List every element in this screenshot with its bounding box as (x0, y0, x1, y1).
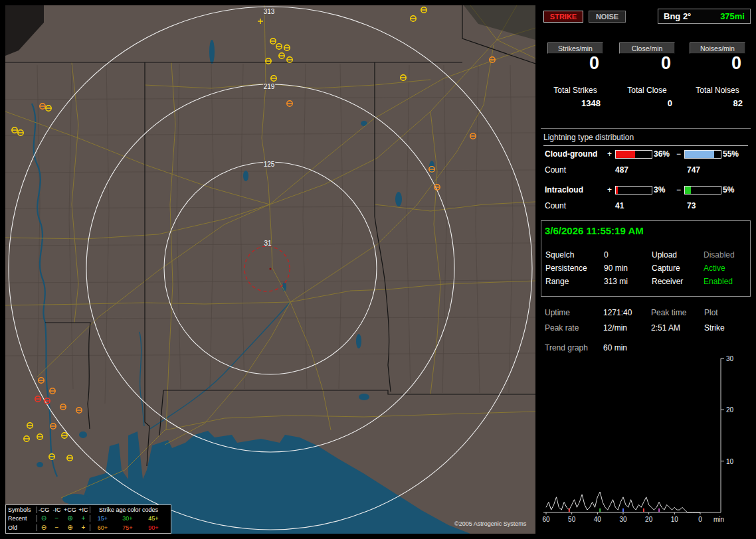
plus-sign: + (607, 149, 612, 159)
persistence-value: 90 min (604, 264, 628, 273)
app-window: 313 219 125 31 Symbols -CG -IC +CG +IC S… (0, 0, 756, 539)
ring-label-313: 313 (264, 8, 275, 15)
age-30: 30+ (115, 515, 140, 522)
ring-label-125: 125 (264, 161, 275, 168)
total-close-label: Total Close (614, 86, 680, 95)
distribution-title: Lightning type distribution (543, 133, 748, 146)
trend-xtick-label: 40 (594, 516, 602, 523)
legend-symbols-header: Symbols (6, 506, 37, 513)
legend-row-recent-label: Recent (6, 515, 37, 522)
map-area: 313 219 125 31 Symbols -CG -IC +CG +IC S… (5, 5, 535, 534)
age-60: 60+ (90, 524, 115, 531)
ic-negative-pct: 5% (723, 185, 734, 194)
noise-toggle-button[interactable]: NOISE (589, 11, 626, 23)
ring-label-219: 219 (264, 83, 275, 90)
receiver-label: Receiver (652, 277, 683, 286)
ic-positive-count: 41 (615, 201, 624, 210)
noises-counter-column: Noises/min 0 Total Noises 82 (684, 37, 751, 128)
uptime-label: Uptime (545, 308, 570, 317)
legend-col-cg-pos: +CG (63, 506, 77, 513)
noises-per-min-value: 0 (731, 53, 741, 74)
cg-negative-bar (684, 150, 721, 159)
ic-positive-pct: 3% (654, 185, 665, 194)
trend-graph-period: 60 min (603, 343, 627, 352)
counters-section: Strikes/min 0 Total Strikes 1348 Close/m… (541, 37, 751, 129)
legend-age-title: Strike age color codes (90, 506, 167, 513)
trend-xtick-label: 50 (568, 516, 576, 523)
ic-negative-bar (684, 186, 721, 194)
strike-toggle-button[interactable]: STRIKE (543, 11, 583, 23)
minus-sign: − (676, 149, 681, 159)
close-per-min-value: 0 (661, 53, 671, 74)
strikes-per-min-button[interactable]: Strikes/min (547, 42, 603, 54)
trend-xtick-label: 0 (698, 516, 702, 523)
total-noises-label: Total Noises (684, 86, 751, 95)
trend-xtick-label: 20 (645, 516, 653, 523)
age-15: 15+ (90, 515, 115, 522)
trend-xtick-label: 60 (542, 516, 550, 523)
persistence-label: Persistence (545, 264, 587, 273)
capture-status: Active (704, 264, 725, 273)
plus-sign: + (607, 185, 612, 194)
cg-neg-recent-icon: ⊖ (37, 515, 50, 522)
map-legend: Symbols -CG -IC +CG +IC Strike age color… (5, 504, 171, 534)
total-close-value: 0 (668, 98, 672, 108)
trend-xtick-label: 10 (671, 516, 679, 523)
cg-count-label: Count (545, 165, 566, 175)
trend-ytick-label: 10 (726, 458, 734, 465)
ic-neg-old-icon: − (50, 524, 63, 531)
trend-graph: 1020306050403020100min (541, 355, 751, 534)
total-strikes-label: Total Strikes (542, 86, 609, 95)
plot-label: Plot (704, 308, 718, 317)
trend-axes (543, 358, 721, 512)
trend-graph-label: Trend graph (545, 343, 588, 352)
cloud-ground-label: Cloud-ground (545, 149, 597, 159)
copyright: ©2005 Astrogenic Systems (454, 520, 526, 527)
cg-pos-recent-icon: ⊕ (63, 515, 77, 522)
range-value: 313 mi (604, 277, 628, 286)
legend-col-ic-pos: +IC (77, 506, 90, 513)
bearing-label: Bng 2° (664, 11, 691, 21)
lightning-type-distribution: Lightning type distribution Cloud-ground… (541, 130, 751, 220)
legend-col-cg-neg: -CG (37, 506, 50, 513)
cg-positive-count: 487 (615, 165, 628, 175)
intracloud-label: Intracloud (545, 185, 583, 194)
peak-time-value: 2:51 AM (651, 323, 680, 333)
upload-label: Upload (652, 250, 677, 260)
cg-positive-bar (615, 150, 652, 159)
peak-rate-label: Peak rate (545, 323, 579, 333)
strikes-counter-column: Strikes/min 0 Total Strikes 1348 (542, 37, 609, 128)
upload-status: Disabled (704, 250, 735, 260)
right-panel: STRIKE NOISE Bng 2° 375mi Strikes/min 0 … (541, 0, 751, 539)
peak-time-label: Peak time (651, 308, 686, 317)
bearing-range-indicator: Bng 2° 375mi (658, 9, 751, 24)
close-per-min-button[interactable]: Close/min (619, 42, 675, 54)
close-counter-column: Close/min 0 Total Close 0 (614, 37, 680, 128)
trend-ytick-label: 20 (726, 406, 734, 414)
uptime-value: 1271:40 (603, 308, 632, 317)
cg-negative-count: 747 (687, 165, 700, 175)
ic-negative-count: 73 (687, 201, 696, 210)
ic-positive-bar (615, 186, 652, 194)
lightning-map: 313 219 125 31 (5, 5, 535, 534)
date-time: 3/6/2026 11:55:19 AM (545, 225, 644, 236)
total-noises-value: 82 (733, 98, 743, 108)
receiver-status: Enabled (704, 277, 733, 286)
peak-rate-value: 12/min (603, 323, 627, 333)
cg-negative-pct: 55% (723, 149, 739, 159)
minus-sign: − (676, 185, 681, 194)
capture-label: Capture (652, 264, 680, 273)
sensor-location-dot (269, 268, 271, 270)
ic-pos-recent-icon: + (77, 515, 90, 522)
cg-neg-old-icon: ⊖ (37, 524, 50, 531)
plot-mode-value: Strike (704, 323, 725, 333)
ring-label-31: 31 (264, 240, 272, 247)
legend-row-old-label: Old (6, 524, 37, 531)
stats-section: Uptime 1271:40 Peak time Plot Peak rate … (541, 299, 751, 539)
age-75: 75+ (115, 524, 140, 531)
age-45: 45+ (140, 515, 167, 522)
noises-per-min-button[interactable]: Noises/min (690, 42, 745, 54)
age-90: 90+ (140, 524, 167, 531)
strikes-per-min-value: 0 (589, 53, 599, 74)
total-strikes-value: 1348 (581, 98, 601, 108)
